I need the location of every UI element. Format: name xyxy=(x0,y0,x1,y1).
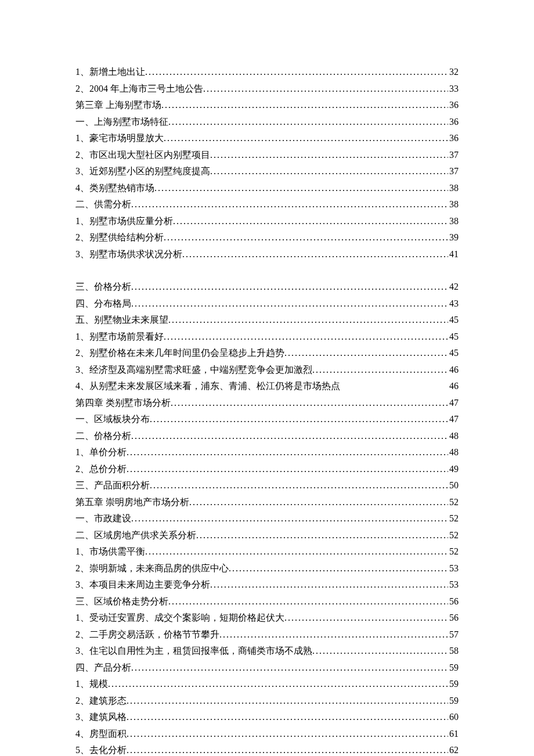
toc-leader-dots xyxy=(127,726,448,743)
toc-entry-title: 5、去化分析 xyxy=(75,742,127,756)
toc-entry: 四、产品分析59 xyxy=(75,660,459,676)
toc-entry: 2、崇明新城，未来商品房的供应中心53 xyxy=(75,560,459,577)
toc-entry: 5、去化分析62 xyxy=(75,742,459,756)
toc-entry-title: 2、建筑形态 xyxy=(75,693,127,710)
toc-entry-title: 4、类别墅热销市场 xyxy=(75,180,154,197)
toc-entry-title: 3、近郊别墅小区的别墅纯度提高 xyxy=(75,163,210,180)
toc-entry-page: 53 xyxy=(448,577,459,593)
toc-entry-title: 1、受动迁安置房、成交个案影响，短期价格起伏大 xyxy=(75,610,284,627)
toc-leader-dots xyxy=(154,180,448,197)
toc-entry-page: 59 xyxy=(448,660,459,676)
toc-leader-dots xyxy=(145,64,448,81)
toc-entry-title: 2、2004 年上海市三号土地公告 xyxy=(75,81,203,98)
toc-leader-dots xyxy=(127,709,448,726)
toc-entry-title: 二、价格分析 xyxy=(75,428,131,445)
toc-entry-page: 45 xyxy=(448,345,459,362)
toc-entry-title: 2、别墅价格在未来几年时间里仍会呈稳步上升趋势 xyxy=(75,345,284,362)
toc-entry: 1、豪宅市场明显放大36 xyxy=(75,130,459,147)
toc-entry-title: 2、别墅供给结构分析 xyxy=(75,229,164,246)
toc-entry: 1、单价分析48 xyxy=(75,444,459,461)
toc-leader-dots xyxy=(161,97,448,114)
toc-leader-dots xyxy=(284,345,448,362)
toc-entry-page: 58 xyxy=(448,643,459,660)
toc-entry-title: 2、二手房交易活跃，价格节节攀升 xyxy=(75,627,219,643)
toc-entry-page: 52 xyxy=(448,543,459,560)
toc-entry-page: 52 xyxy=(448,494,459,511)
toc-leader-dots xyxy=(150,477,448,494)
toc-entry: 1、别墅市场前景看好45 xyxy=(75,329,459,345)
toc-entry-page: 46 xyxy=(435,378,459,395)
toc-entry-page: 36 xyxy=(448,97,459,114)
toc-entry-page: 53 xyxy=(448,560,459,577)
toc-page: 1、新增土地出让322、2004 年上海市三号土地公告33第三章 上海别墅市场3… xyxy=(0,0,534,756)
toc-entry: 2、二手房交易活跃，价格节节攀升57 xyxy=(75,627,459,643)
toc-leader-dots xyxy=(131,660,448,676)
toc-leader-dots xyxy=(131,428,448,445)
toc-entry: 2、总价分析49 xyxy=(75,461,459,478)
toc-entry-title: 一、上海别墅市场特征 xyxy=(75,114,168,131)
toc-entry-page: 36 xyxy=(448,114,459,131)
toc-entry-title: 1、单价分析 xyxy=(75,444,127,461)
toc-entry-page: 60 xyxy=(448,709,459,726)
toc-entry-page: 48 xyxy=(448,444,459,461)
toc-leader-dots xyxy=(168,114,448,131)
toc-leader-dots xyxy=(219,627,448,643)
toc-entry: 1、新增土地出让32 xyxy=(75,64,459,81)
toc-entry-title: 3、住宅以自用性为主，租赁回报率低，商铺类市场不成熟 xyxy=(75,643,312,660)
toc-entry-page: 48 xyxy=(448,428,459,445)
toc-leader-dots xyxy=(203,81,448,98)
toc-entry-page: 32 xyxy=(448,64,459,81)
toc-leader-dots xyxy=(145,543,448,560)
toc-leader-dots xyxy=(150,411,448,428)
toc-leader-dots xyxy=(196,527,448,544)
toc-entry: 3、建筑风格60 xyxy=(75,709,459,726)
toc-entry: 1、市场供需平衡52 xyxy=(75,543,459,560)
toc-leader-dots xyxy=(173,213,448,230)
toc-leader-dots xyxy=(131,279,448,296)
toc-leader-dots xyxy=(210,577,448,593)
toc-entry-page: 38 xyxy=(448,213,459,230)
toc-entry: 一、市政建设52 xyxy=(75,510,459,527)
toc-entry-title: 二、区域房地产供求关系分析 xyxy=(75,527,196,544)
toc-leader-dots xyxy=(127,444,448,461)
toc-entry-title: 五、别墅物业未来展望 xyxy=(75,312,168,329)
toc-entry-title: 1、新增土地出让 xyxy=(75,64,145,81)
toc-leader-dots xyxy=(171,395,448,412)
toc-entry-page: 45 xyxy=(448,312,459,329)
toc-entry: 四、分布格局43 xyxy=(75,296,459,312)
toc-entry-page: 37 xyxy=(448,147,459,164)
toc-entry-title: 1、豪宅市场明显放大 xyxy=(75,130,164,147)
toc-entry-page: 62 xyxy=(448,742,459,756)
toc-entry-title: 2、市区出现大型社区内别墅项目 xyxy=(75,147,210,164)
toc-entry-page: 49 xyxy=(448,461,459,478)
toc-entry: 2、2004 年上海市三号土地公告33 xyxy=(75,81,459,98)
toc-leader-dots xyxy=(131,196,448,213)
toc-leader-dots xyxy=(182,246,448,263)
toc-entry-page: 61 xyxy=(448,726,459,743)
toc-entry: 4、类别墅热销市场38 xyxy=(75,180,459,197)
toc-entry-page: 41 xyxy=(448,246,459,263)
toc-entry-title: 一、区域板块分布 xyxy=(75,411,150,428)
toc-leader-dots xyxy=(131,510,448,527)
toc-leader-dots xyxy=(210,163,448,180)
toc-entry: 3、住宅以自用性为主，租赁回报率低，商铺类市场不成熟58 xyxy=(75,643,459,660)
toc-entry-page: 37 xyxy=(448,163,459,180)
toc-entry: 二、区域房地产供求关系分析52 xyxy=(75,527,459,544)
toc-entry-title: 2、崇明新城，未来商品房的供应中心 xyxy=(75,560,229,577)
toc-entry: 4、从别墅未来发展区域来看，浦东、青浦、松江仍将是市场热点46 xyxy=(75,378,459,395)
toc-leader-dots xyxy=(131,296,448,312)
toc-entry: 3、经济型及高端别墅需求旺盛，中端别墅竞争会更加激烈46 xyxy=(75,362,459,379)
toc-entry: 第五章 崇明房地产市场分析52 xyxy=(75,494,459,511)
toc-entry: 一、区域板块分布47 xyxy=(75,411,459,428)
toc-leader-dots xyxy=(210,147,448,164)
toc-leader-dots xyxy=(229,560,448,577)
toc-leader-dots xyxy=(108,676,448,693)
toc-leader-dots xyxy=(312,362,448,379)
toc-entry-page: 59 xyxy=(448,676,459,693)
toc-leader-dots xyxy=(164,229,448,246)
toc-entry-title: 第三章 上海别墅市场 xyxy=(75,97,161,114)
toc-entry: 2、别墅供给结构分析39 xyxy=(75,229,459,246)
toc-entry: 三、产品面积分析50 xyxy=(75,477,459,494)
toc-leader-dots xyxy=(312,643,448,660)
toc-entry-page: 36 xyxy=(448,130,459,147)
